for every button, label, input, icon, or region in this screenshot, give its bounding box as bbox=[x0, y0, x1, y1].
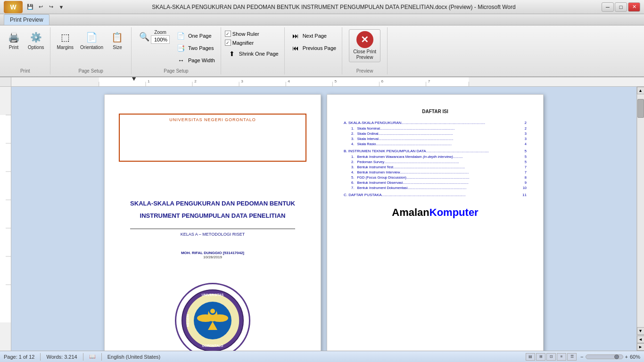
horizontal-ruler: 1 2 3 4 5 6 7 bbox=[11, 77, 644, 87]
next-page-icon: ⏭ bbox=[290, 31, 301, 41]
print-preview-tab[interactable]: Print Preview bbox=[4, 14, 50, 25]
margins-icon: ⬚ bbox=[58, 30, 73, 45]
office-button[interactable]: W bbox=[4, 1, 23, 13]
status-right: ▤ ⊞ ⊡ ≡ ☰ − + 60% bbox=[526, 353, 640, 361]
svg-text:6: 6 bbox=[381, 79, 384, 83]
toc-item-10: 5. FGD (Focus Group Discussion) ........… bbox=[351, 175, 527, 180]
previous-page-btn[interactable]: ⏮ Previous Page bbox=[289, 42, 339, 54]
print-label: Print bbox=[9, 45, 19, 50]
magnifier-label: Magnifier bbox=[232, 40, 254, 46]
doc-title-line1: SKALA-SKALA PENGUKURAN DAN PEDOMAN BENTU… bbox=[130, 199, 295, 208]
ribbon-group-navigation: ⏭ Next Page ⏮ Previous Page bbox=[285, 27, 343, 74]
scroll-left-btn[interactable]: ► bbox=[637, 343, 644, 351]
page-width-icon: ↔️ bbox=[176, 55, 186, 66]
toc-item-5: B. INSTRUMEN TEKNIK PENGUMPULAN DATA ...… bbox=[344, 149, 527, 153]
svg-text:7: 7 bbox=[428, 79, 430, 83]
margins-label: Margins bbox=[57, 45, 74, 50]
options-label: Options bbox=[28, 45, 44, 50]
university-name: UNIVERSITAS NEGERI GORONTALO bbox=[123, 117, 303, 122]
page-2: DAFTAR ISI A. SKALA-SKALA PENGUKURAN ...… bbox=[327, 94, 544, 351]
draft-view-btn[interactable]: ☰ bbox=[567, 353, 577, 361]
shrink-icon: ⬆ bbox=[227, 49, 237, 59]
size-label: Size bbox=[113, 45, 122, 50]
maximize-btn[interactable]: □ bbox=[615, 2, 627, 12]
svg-text:NEGERI: NEGERI bbox=[186, 314, 190, 327]
page-width-btn[interactable]: ↔️ Page Width bbox=[174, 55, 217, 66]
toc-item-12: 7. Bentuk Instrument Dokumentasi .......… bbox=[351, 186, 527, 190]
zoom-percent-display: 100% bbox=[151, 35, 170, 44]
orientation-label: Orientation bbox=[80, 45, 103, 50]
toc-item-7: 2. Pedoman Survey ......................… bbox=[351, 160, 527, 164]
doc-title-line2: INSTRUMENT PENGUMPULAN DATA PENELITIAN bbox=[130, 212, 295, 220]
toc-item-0: A. SKALA-SKALA PENGUKURAN ..............… bbox=[344, 121, 527, 125]
close-preview-label: Close Print Preview bbox=[353, 49, 376, 60]
close-group-label: Preview bbox=[356, 68, 373, 74]
zoom-plus-btn[interactable]: + bbox=[625, 354, 628, 360]
scroll-up-btn[interactable]: ▲ bbox=[637, 87, 644, 94]
magnifier-checkbox[interactable]: ✓ Magnifier bbox=[225, 39, 281, 46]
watermark-black: Amalan bbox=[392, 206, 429, 218]
toc-item-3: 3. Skala Interval ......................… bbox=[351, 137, 527, 141]
svg-text:1: 1 bbox=[148, 79, 150, 83]
size-icon: 📋 bbox=[110, 30, 125, 45]
zoom-icon: 🔍 bbox=[138, 30, 151, 43]
toc-title: DAFTAR ISI bbox=[344, 109, 527, 114]
ribbon-group-zoom: 🔍 Zoom 100% 📄 One Page 📑 Two Pages bbox=[132, 27, 221, 74]
two-pages-btn[interactable]: 📑 Two Pages bbox=[174, 42, 217, 54]
ruler-corner bbox=[0, 77, 11, 87]
status-sep-1 bbox=[40, 353, 41, 361]
zoom-slider[interactable] bbox=[586, 354, 623, 359]
shrink-one-page-btn[interactable]: ⬆ Shrink One Page bbox=[225, 48, 281, 59]
author-name: MOH. RIFAL DUNGGIO [531417042] bbox=[181, 251, 244, 255]
zoom-minus-btn[interactable]: − bbox=[580, 354, 583, 360]
zoom-btn[interactable]: 🔍 Zoom 100% bbox=[135, 28, 172, 45]
redo-qa-btn[interactable]: ↪ bbox=[46, 2, 56, 12]
zoom-group-label: Page Setup bbox=[164, 68, 188, 74]
scroll-right-btn[interactable]: ◄ bbox=[637, 336, 644, 343]
scroll-track[interactable] bbox=[637, 94, 644, 327]
show-ruler-checkbox[interactable]: ✓ Show Ruler bbox=[225, 30, 281, 37]
one-page-btn[interactable]: 📄 One Page bbox=[174, 30, 217, 41]
svg-text:2: 2 bbox=[194, 79, 197, 83]
status-bar: Page: 1 of 12 Words: 3.214 📖 English (Un… bbox=[0, 351, 644, 362]
svg-text:UNIVERSITAS: UNIVERSITAS bbox=[202, 293, 224, 296]
ribbon-group-preview-opts: ✓ Show Ruler ✓ Magnifier ⬆ Shrink One Pa… bbox=[221, 27, 285, 74]
toc-item-1: 1. Skala Nominal .......................… bbox=[351, 126, 527, 131]
print-btn[interactable]: 🖨️ Print bbox=[4, 28, 24, 52]
print-layout-view-btn[interactable]: ▤ bbox=[526, 353, 535, 361]
zoom-level: 60% bbox=[630, 354, 640, 360]
minimize-btn[interactable]: ─ bbox=[602, 2, 614, 12]
page-width-label: Page Width bbox=[188, 58, 215, 63]
pages-container: UNIVERSITAS NEGERI GORONTALO SKALA-SKALA… bbox=[11, 87, 636, 351]
svg-text:4: 4 bbox=[288, 79, 290, 83]
shrink-label: Shrink One Page bbox=[239, 51, 279, 57]
size-btn[interactable]: 📋 Size bbox=[107, 28, 127, 52]
zoom-label: Zoom bbox=[151, 30, 170, 35]
zoom-slider-thumb bbox=[614, 354, 619, 359]
vertical-ruler bbox=[0, 87, 11, 351]
full-reading-view-btn[interactable]: ⊞ bbox=[536, 353, 545, 361]
margins-btn[interactable]: ⬚ Margins bbox=[54, 28, 76, 52]
web-layout-view-btn[interactable]: ⊡ bbox=[546, 353, 556, 361]
dropdown-qa-btn[interactable]: ▼ bbox=[57, 2, 66, 12]
close-print-preview-btn[interactable]: ✕ Close Print Preview bbox=[349, 29, 380, 62]
outline-view-btn[interactable]: ≡ bbox=[557, 353, 566, 361]
toc-entries: A. SKALA-SKALA PENGUKURAN ..............… bbox=[344, 121, 527, 197]
view-icons: ▤ ⊞ ⊡ ≡ ☰ bbox=[526, 353, 577, 361]
previous-page-label: Previous Page bbox=[303, 45, 337, 51]
zoom-content: 🔍 Zoom 100% 📄 One Page 📑 Two Pages bbox=[135, 28, 217, 66]
pagesetup-content: ⬚ Margins 📄 Orientation 📋 Size bbox=[54, 28, 127, 66]
title-bar: W 💾 ↩ ↪ ▼ SKALA-SKALA PENGUKURAN DAN PED… bbox=[0, 0, 644, 14]
close-btn[interactable]: ✕ bbox=[628, 2, 640, 12]
save-qa-btn[interactable]: 💾 bbox=[25, 2, 35, 12]
scroll-thumb[interactable] bbox=[637, 99, 644, 118]
options-icon: ⚙️ bbox=[28, 30, 43, 45]
scroll-down-btn[interactable]: ▼ bbox=[637, 327, 644, 335]
options-btn[interactable]: ⚙️ Options bbox=[25, 28, 46, 52]
undo-qa-btn[interactable]: ↩ bbox=[36, 2, 45, 12]
ruler-area: 1 2 3 4 5 6 7 bbox=[0, 77, 644, 87]
doc-date: 10/28/2019 bbox=[203, 255, 222, 259]
orientation-btn[interactable]: 📄 Orientation bbox=[78, 28, 106, 52]
watermark: AmalanKomputer bbox=[344, 206, 527, 219]
next-page-btn[interactable]: ⏭ Next Page bbox=[289, 30, 339, 41]
